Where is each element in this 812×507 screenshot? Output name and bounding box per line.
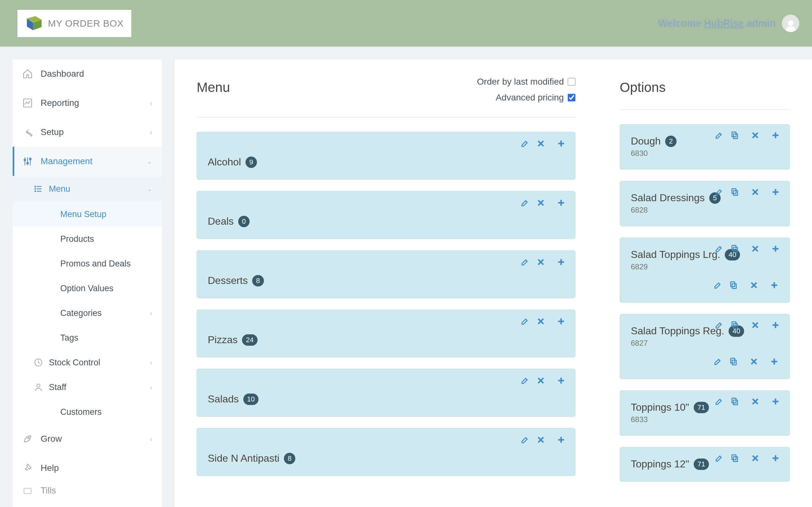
svg-rect-63 (732, 284, 736, 288)
sidebar-item-help[interactable]: Help (13, 453, 162, 483)
add-icon[interactable] (771, 244, 780, 255)
advanced-pricing-checkbox[interactable] (568, 94, 575, 101)
sidebar-item-customers[interactable]: Customers (13, 400, 162, 424)
copy-icon[interactable] (730, 244, 740, 255)
menu-column: Menu Order by last modified Advanced pri… (197, 80, 575, 507)
delete-icon[interactable] (537, 376, 545, 386)
logo[interactable]: MY ORDER BOX (17, 10, 131, 37)
sidebar-item-option-values[interactable]: Option Values (13, 276, 162, 301)
copy-icon[interactable] (730, 454, 740, 464)
sidebar-item-setup[interactable]: Setup ‹ (13, 118, 162, 147)
copy-icon[interactable] (730, 397, 740, 407)
svg-rect-70 (732, 322, 736, 327)
option-card[interactable]: Toppings 10" 71 6833 (620, 390, 790, 436)
add-icon[interactable] (771, 131, 780, 141)
sidebar-item-staff[interactable]: Staff ‹ (13, 375, 162, 400)
option-card[interactable]: Salad Dressings 5 6828 (620, 181, 790, 226)
menu-category-card[interactable]: Side N Antipasti 8 (197, 428, 575, 476)
order-by-last-modified-toggle[interactable]: Order by last modified (477, 77, 575, 87)
delete-icon[interactable] (751, 187, 760, 198)
category-count-badge: 0 (238, 216, 250, 227)
edit-icon[interactable] (715, 321, 723, 331)
delete-icon[interactable] (751, 244, 760, 255)
edit-icon[interactable] (520, 139, 529, 149)
svg-rect-87 (733, 457, 738, 461)
user-icon (34, 383, 43, 392)
delete-icon[interactable] (751, 454, 760, 464)
edit-icon[interactable] (715, 397, 723, 407)
edit-icon[interactable] (520, 376, 529, 386)
options-section-title: Options (620, 80, 666, 95)
option-code: 6830 (631, 149, 779, 158)
sidebar-item-grow[interactable]: Grow ‹ (13, 424, 162, 453)
advanced-pricing-toggle[interactable]: Advanced pricing (496, 93, 575, 103)
copy-icon[interactable] (730, 321, 740, 331)
delete-icon[interactable] (537, 435, 545, 446)
add-icon[interactable] (557, 258, 565, 268)
sidebar-item-products[interactable]: Products (13, 227, 162, 251)
order-by-last-modified-checkbox[interactable] (568, 78, 575, 86)
org-link[interactable]: HubRise (704, 18, 744, 29)
menu-category-card[interactable]: Deals 0 (197, 191, 575, 239)
edit-icon[interactable] (520, 258, 529, 268)
edit-icon[interactable] (520, 199, 529, 209)
add-icon[interactable] (770, 281, 779, 291)
sidebar-item-management[interactable]: Management ⌄ (13, 147, 162, 176)
add-icon[interactable] (557, 317, 565, 327)
delete-icon[interactable] (537, 258, 545, 268)
add-icon[interactable] (771, 187, 780, 198)
add-icon[interactable] (557, 199, 565, 209)
svg-rect-82 (732, 398, 736, 403)
copy-icon[interactable] (730, 187, 740, 198)
sidebar-item-categories[interactable]: Categories ‹ (13, 301, 162, 326)
add-icon[interactable] (557, 376, 565, 386)
delete-icon[interactable] (750, 357, 758, 367)
delete-icon[interactable] (751, 131, 760, 141)
add-icon[interactable] (771, 397, 780, 407)
add-icon[interactable] (557, 139, 565, 149)
option-count-badge: 71 (694, 402, 709, 413)
avatar[interactable] (782, 14, 799, 32)
option-card[interactable]: Salad Toppings Reg. 40 6827 (620, 314, 790, 379)
copy-icon[interactable] (729, 281, 738, 291)
svg-rect-58 (732, 245, 736, 250)
menu-category-card[interactable]: Salads 10 (197, 369, 575, 417)
sidebar-item-dashboard[interactable]: Dashboard (13, 59, 162, 89)
sidebar-item-reporting[interactable]: Reporting ‹ (13, 89, 162, 118)
copy-icon[interactable] (729, 357, 738, 367)
edit-icon[interactable] (713, 281, 722, 291)
delete-icon[interactable] (537, 199, 545, 209)
chevron-down-icon: ⌄ (147, 158, 152, 165)
edit-icon[interactable] (715, 244, 723, 255)
menu-category-card[interactable]: Pizzas 24 (197, 309, 575, 357)
add-icon[interactable] (771, 321, 780, 331)
svg-rect-51 (733, 190, 738, 195)
sidebar-item-tags[interactable]: Tags (13, 326, 162, 350)
edit-icon[interactable] (715, 454, 723, 464)
sidebar-item-stock[interactable]: Stock Control ‹ (13, 350, 162, 375)
edit-icon[interactable] (520, 317, 529, 327)
option-card[interactable]: Toppings 12" 71 (620, 447, 790, 482)
edit-icon[interactable] (715, 187, 723, 198)
edit-icon[interactable] (520, 435, 529, 446)
sidebar-item-menu-setup[interactable]: Menu Setup (13, 202, 162, 227)
edit-icon[interactable] (715, 131, 723, 141)
sidebar-item-tills[interactable]: Tills (13, 483, 162, 498)
menu-category-card[interactable]: Alcohol 9 (197, 132, 575, 180)
option-card[interactable]: Salad Toppings Lrg. 40 6829 (620, 238, 790, 302)
add-icon[interactable] (770, 357, 779, 367)
delete-icon[interactable] (751, 321, 760, 331)
menu-category-card[interactable]: Desserts 8 (197, 250, 575, 298)
delete-icon[interactable] (537, 317, 545, 327)
option-card[interactable]: Dough 2 6830 (620, 124, 790, 170)
delete-icon[interactable] (750, 281, 758, 291)
copy-icon[interactable] (730, 131, 740, 141)
sidebar: Dashboard Reporting ‹ Setup ‹ Management… (13, 59, 162, 507)
edit-icon[interactable] (713, 357, 722, 367)
add-icon[interactable] (771, 454, 780, 464)
add-icon[interactable] (557, 435, 565, 446)
delete-icon[interactable] (537, 139, 545, 149)
sidebar-item-menu[interactable]: Menu ⌄ (13, 176, 162, 202)
delete-icon[interactable] (751, 397, 760, 407)
sidebar-item-promos[interactable]: Promos and Deals (13, 251, 162, 276)
